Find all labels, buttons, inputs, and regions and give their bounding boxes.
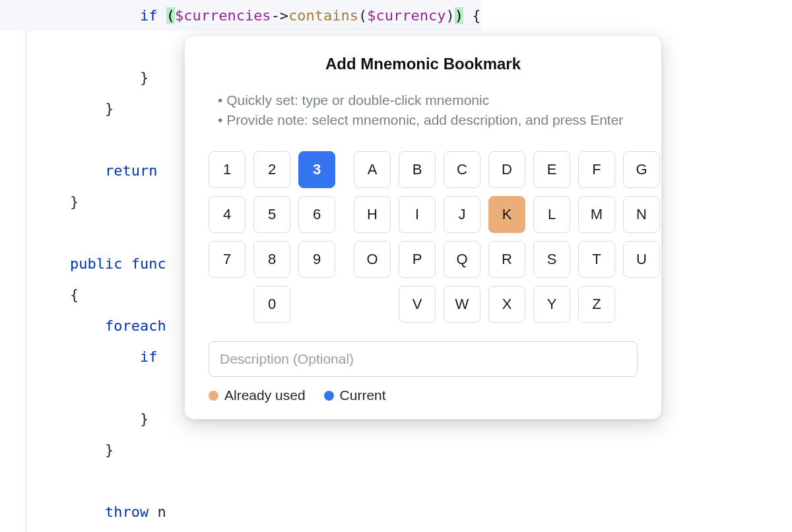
mnemonic-key-B[interactable]: B: [399, 151, 436, 188]
code-token: ): [446, 7, 455, 24]
code-token: func: [131, 255, 166, 272]
mnemonic-key-X[interactable]: X: [488, 286, 525, 323]
mnemonic-key-E[interactable]: E: [533, 151, 570, 188]
code-token: }: [105, 100, 114, 117]
mnemonic-key-M[interactable]: M: [578, 196, 615, 233]
code-token: return: [105, 162, 157, 179]
code-token: {: [463, 7, 481, 24]
dialog-title: Add Mnemonic Bookmark: [209, 55, 638, 73]
mnemonic-key-F[interactable]: F: [578, 151, 615, 188]
legend-label: Current: [340, 387, 386, 403]
mnemonic-key-R[interactable]: R: [488, 241, 525, 278]
code-line[interactable]: throw n: [0, 496, 481, 527]
mnemonic-key-T[interactable]: T: [578, 241, 615, 278]
dialog-instructions: Quickly set: type or double-click mnemon…: [209, 90, 638, 130]
code-token: {: [70, 286, 79, 303]
code-token: if: [140, 7, 166, 24]
mnemonic-key-H[interactable]: H: [354, 196, 391, 233]
mnemonic-key-5[interactable]: 5: [253, 196, 290, 233]
code-token: }: [70, 193, 79, 210]
code-token: (: [166, 7, 175, 24]
description-input[interactable]: [209, 341, 638, 377]
mnemonic-key-J[interactable]: J: [444, 196, 480, 233]
code-token: n: [157, 504, 166, 520]
mnemonic-key-3[interactable]: 3: [298, 151, 335, 188]
mnemonic-key-Y[interactable]: Y: [533, 286, 570, 323]
code-token: ->: [271, 7, 289, 24]
mnemonic-key-9[interactable]: 9: [298, 241, 335, 278]
mnemonic-key-0[interactable]: 0: [253, 286, 290, 323]
code-line[interactable]: [0, 465, 481, 496]
code-token: foreach: [105, 317, 166, 334]
code-token: }: [140, 411, 148, 427]
legend-already-used: Already used: [209, 387, 306, 403]
key-empty: [623, 286, 660, 323]
legend-label: Already used: [224, 387, 306, 403]
code-token: }: [140, 69, 148, 86]
dot-used-icon: [209, 391, 218, 401]
legend: Already used Current: [209, 387, 638, 403]
mnemonic-key-D[interactable]: D: [488, 151, 525, 188]
instruction-item: Quickly set: type or double-click mnemon…: [218, 90, 638, 110]
mnemonic-key-S[interactable]: S: [533, 241, 570, 278]
code-token: contains: [288, 7, 358, 24]
code-token: }: [105, 442, 114, 458]
mnemonic-key-8[interactable]: 8: [253, 241, 290, 278]
mnemonic-key-P[interactable]: P: [399, 241, 436, 278]
mnemonic-key-A[interactable]: A: [354, 151, 391, 188]
code-token: throw: [105, 504, 157, 520]
mnemonic-key-K[interactable]: K: [488, 196, 525, 233]
mnemonic-key-Q[interactable]: Q: [444, 241, 480, 278]
mnemonic-key-7[interactable]: 7: [209, 241, 246, 278]
code-token: public: [70, 255, 131, 272]
mnemonic-key-O[interactable]: O: [354, 241, 391, 278]
mnemonic-key-V[interactable]: V: [399, 286, 436, 323]
legend-current: Current: [324, 387, 386, 403]
code-line[interactable]: }: [0, 434, 481, 465]
code-token: ): [455, 7, 463, 24]
mnemonic-key-4[interactable]: 4: [209, 196, 246, 233]
mnemonic-keys-container: 1234567890 ABCDEFGHIJKLMNOPQRSTUVWXYZ: [209, 151, 638, 323]
instruction-item: Provide note: select mnemonic, add descr…: [218, 110, 638, 130]
mnemonic-key-G[interactable]: G: [623, 151, 660, 188]
key-empty: [298, 286, 335, 323]
mnemonic-key-L[interactable]: L: [533, 196, 570, 233]
code-token: $currency: [367, 7, 446, 24]
letter-keys-grid: ABCDEFGHIJKLMNOPQRSTUVWXYZ: [354, 151, 660, 323]
mnemonic-key-I[interactable]: I: [399, 196, 436, 233]
key-empty: [209, 286, 246, 323]
mnemonic-key-W[interactable]: W: [444, 286, 480, 323]
code-line[interactable]: );: [0, 527, 481, 532]
add-mnemonic-bookmark-dialog: Add Mnemonic Bookmark Quickly set: type …: [185, 36, 661, 419]
mnemonic-key-C[interactable]: C: [444, 151, 480, 188]
mnemonic-key-1[interactable]: 1: [209, 151, 246, 188]
code-token: if: [140, 349, 158, 365]
dot-current-icon: [324, 391, 334, 401]
key-empty: [354, 286, 391, 323]
mnemonic-key-Z[interactable]: Z: [578, 286, 615, 323]
code-token: (: [358, 7, 367, 24]
mnemonic-key-N[interactable]: N: [623, 196, 660, 233]
mnemonic-key-6[interactable]: 6: [298, 196, 335, 233]
code-line[interactable]: if ($currencies->contains($currency)) {: [0, 0, 481, 31]
number-keys-grid: 1234567890: [209, 151, 335, 323]
code-token: $currencies: [175, 7, 271, 24]
mnemonic-key-U[interactable]: U: [623, 241, 660, 278]
mnemonic-key-2[interactable]: 2: [253, 151, 290, 188]
